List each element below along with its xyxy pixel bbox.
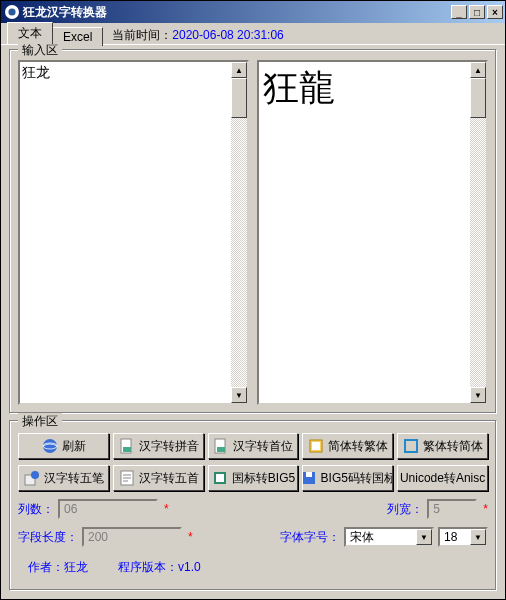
scroll-thumb[interactable]	[470, 78, 486, 118]
ops-legend: 操作区	[18, 413, 62, 430]
author-label: 作者：狂龙	[28, 559, 88, 576]
doc-icon	[212, 437, 230, 455]
unicode-anisc-button[interactable]: Unicode转Anisc	[397, 465, 488, 491]
fontsize-combo[interactable]: 18 ▼	[438, 527, 488, 547]
frame-icon	[402, 437, 420, 455]
titlebar[interactable]: 狂龙汉字转换器 _ □ ×	[1, 1, 505, 23]
app-window: 狂龙汉字转换器 _ □ × 文本 Excel 当前时间：2020-06-08 2…	[0, 0, 506, 600]
tab-text[interactable]: 文本	[7, 22, 53, 44]
fieldlen-input: 200	[82, 527, 182, 547]
version-label: 程序版本：v1.0	[118, 559, 201, 576]
hanzi-pinyin-button[interactable]: 汉字转拼音	[113, 433, 204, 459]
minimize-button[interactable]: _	[451, 5, 467, 19]
hanzi-wushou-button[interactable]: 汉字转五首	[113, 465, 204, 491]
svg-rect-14	[216, 474, 224, 482]
fieldlen-label: 字段长度：	[18, 529, 78, 546]
doc-icon	[118, 437, 136, 455]
doc2-icon	[118, 469, 136, 487]
book2-icon	[211, 469, 229, 487]
jian-fan-button[interactable]: 简体转繁体	[302, 433, 393, 459]
maximize-button[interactable]: □	[469, 5, 485, 19]
ops-groupbox: 操作区 刷新 汉字转拼音 汉字转首位 简体转繁体	[9, 420, 497, 591]
svg-rect-16	[306, 472, 312, 477]
chevron-down-icon[interactable]: ▼	[416, 529, 432, 545]
svg-rect-8	[312, 442, 320, 450]
input-textarea[interactable]: 狂龙	[20, 62, 231, 403]
book-icon	[307, 437, 325, 455]
cols-label: 列数：	[18, 501, 54, 518]
setup-icon	[23, 469, 41, 487]
input-legend: 输入区	[18, 42, 62, 59]
window-title: 狂龙汉字转换器	[23, 4, 451, 21]
fan-jian-button[interactable]: 繁体转简体	[397, 433, 488, 459]
guobiao-big5-button[interactable]: 国标转BIG5	[208, 465, 299, 491]
svg-rect-4	[123, 447, 131, 452]
globe-icon	[41, 437, 59, 455]
scroll-down-icon[interactable]: ▼	[231, 387, 247, 403]
chevron-down-icon[interactable]: ▼	[470, 529, 486, 545]
required-mark: *	[483, 502, 488, 516]
cols-input: 06	[58, 499, 158, 519]
hanzi-wubi-button[interactable]: 汉字转五笔	[18, 465, 109, 491]
required-mark: *	[164, 502, 169, 516]
scroll-up-icon[interactable]: ▲	[231, 62, 247, 78]
disk-icon	[302, 469, 317, 487]
svg-point-0	[8, 8, 15, 15]
colwidth-label: 列宽：	[387, 501, 423, 518]
refresh-button[interactable]: 刷新	[18, 433, 109, 459]
close-button[interactable]: ×	[487, 5, 503, 19]
font-label: 字体字号：	[280, 529, 340, 546]
output-textarea-wrap: 狂龍 ▲ ▼	[257, 60, 488, 405]
app-icon	[5, 5, 19, 19]
required-mark: *	[188, 530, 193, 544]
big5-guobiao-button[interactable]: BIG5码转国标	[302, 465, 393, 491]
input-groupbox: 输入区 狂龙 ▲ ▼ 狂龍 ▲ ▼	[9, 49, 497, 414]
svg-rect-9	[405, 440, 417, 452]
font-combo[interactable]: 宋体 ▼	[344, 527, 434, 547]
input-scrollbar[interactable]: ▲ ▼	[231, 62, 247, 403]
tab-bar: 文本 Excel 当前时间：2020-06-08 20:31:06	[1, 25, 505, 45]
output-scrollbar[interactable]: ▲ ▼	[470, 62, 486, 403]
timestamp: 当前时间：2020-06-08 20:31:06	[112, 27, 283, 44]
scroll-thumb[interactable]	[231, 78, 247, 118]
output-text: 狂龍	[259, 62, 470, 403]
scroll-up-icon[interactable]: ▲	[470, 62, 486, 78]
input-textarea-wrap: 狂龙 ▲ ▼	[18, 60, 249, 405]
colwidth-input: 5	[427, 499, 477, 519]
footer: 作者：狂龙 程序版本：v1.0	[18, 555, 488, 580]
svg-point-11	[31, 471, 39, 479]
hanzi-shouwei-button[interactable]: 汉字转首位	[208, 433, 299, 459]
svg-point-1	[43, 439, 57, 453]
scroll-down-icon[interactable]: ▼	[470, 387, 486, 403]
svg-rect-6	[217, 447, 225, 452]
